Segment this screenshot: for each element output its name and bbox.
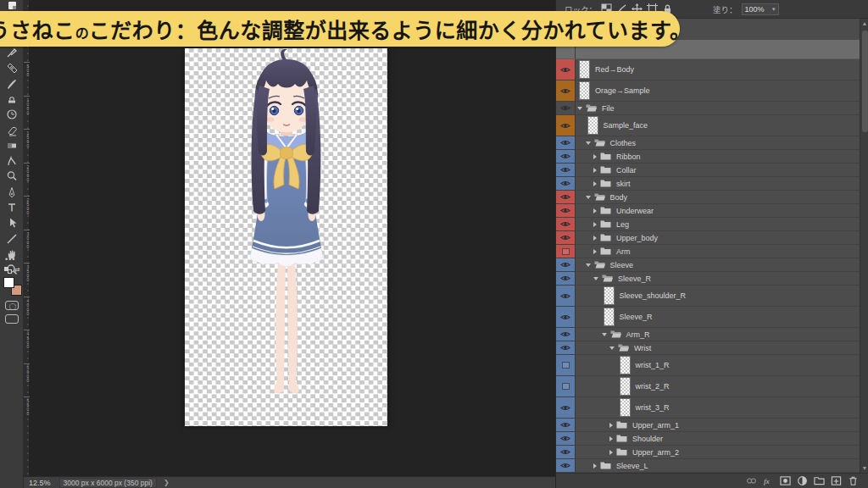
layer-row-sleeve-shoulder-r[interactable]: Sleeve_shoulder_R	[556, 286, 860, 307]
layer-row-wrist-3-r[interactable]: wrist_3_R	[556, 397, 860, 419]
visibility-toggle[interactable]	[556, 59, 576, 80]
canvas-area[interactable]	[30, 0, 555, 476]
move-tool-icon[interactable]	[8, 2, 16, 9]
layer-row-arm[interactable]: Arm	[556, 245, 860, 258]
layer-row-leg[interactable]: Leg	[556, 218, 860, 231]
collapse-icon[interactable]	[586, 196, 591, 199]
layer-row-underwear[interactable]: Underwear	[556, 204, 860, 218]
layer-row-clothes[interactable]: Clothes	[556, 136, 860, 150]
expand-icon[interactable]	[593, 154, 597, 159]
visibility-toggle[interactable]	[556, 459, 576, 472]
layer-row-wrist[interactable]: Wrist	[556, 341, 860, 355]
expand-icon[interactable]	[609, 423, 613, 428]
zoom-level[interactable]: 12.5%	[24, 479, 59, 487]
layer-row-upper-arm-2[interactable]: Upper_arm_2	[556, 446, 860, 459]
layer-thumbnail[interactable]	[604, 287, 614, 304]
layer-row-wrist-1-r[interactable]: wrist_1_R	[556, 355, 860, 376]
layer-name[interactable]: Orage→Sample	[595, 86, 650, 95]
layer-thumbnail[interactable]	[604, 308, 614, 325]
layer-row-shoulder[interactable]: Shoulder	[556, 432, 860, 446]
layer-row-sleeve-r[interactable]: Sleeve_R	[556, 272, 860, 286]
dodge-tool[interactable]	[6, 170, 18, 182]
history-brush-tool[interactable]	[6, 108, 18, 120]
layer-row-wrist-2-r[interactable]: wrist_2_R	[556, 376, 860, 397]
expand-icon[interactable]	[593, 222, 597, 227]
fx-icon[interactable]: fx	[763, 475, 774, 486]
visibility-toggle[interactable]	[556, 177, 576, 190]
layer-row-sleeve-r[interactable]: Sleeve_R	[556, 307, 860, 328]
layer-thumbnail[interactable]	[588, 117, 598, 134]
visibility-toggle[interactable]	[556, 258, 576, 271]
layer-thumbnail[interactable]	[580, 82, 589, 99]
screen-mode-button[interactable]	[5, 314, 19, 324]
visibility-toggle[interactable]	[556, 341, 576, 354]
layer-name[interactable]: Arm	[616, 247, 631, 256]
expand-icon[interactable]	[609, 436, 613, 441]
expand-icon[interactable]	[593, 181, 597, 186]
eraser-tool[interactable]	[6, 125, 18, 136]
layer-name[interactable]: Upper_arm_2	[632, 448, 679, 457]
layer-name[interactable]: Collar	[616, 166, 637, 175]
layer-name[interactable]: Sleeve	[610, 261, 634, 269]
collapse-icon[interactable]	[609, 347, 615, 350]
document-info[interactable]: 3000 px x 6000 px (350 ppi)	[59, 478, 157, 488]
layer-name[interactable]: Ribbon	[616, 152, 641, 161]
visibility-toggle[interactable]	[556, 218, 576, 230]
visibility-toggle[interactable]	[556, 115, 576, 136]
layer-name[interactable]: Sleeve_L	[616, 462, 648, 470]
layer-name[interactable]: wrist_3_R	[636, 403, 670, 412]
layers-scrollbar[interactable]: ▲ ▼	[860, 19, 868, 473]
layer-name[interactable]: Sleeve_R	[620, 313, 653, 321]
layer-name[interactable]: Wrist	[634, 344, 651, 352]
layer-row-orage-sample[interactable]: Orage→Sample	[556, 80, 860, 102]
visibility-toggle[interactable]	[556, 80, 576, 101]
layer-row-body[interactable]: Body	[556, 191, 860, 204]
layer-row-upper-body[interactable]: Upper_body	[556, 231, 860, 245]
layer-row-sleeve-l[interactable]: Sleeve_L	[556, 459, 860, 473]
expand-icon[interactable]	[593, 249, 597, 254]
collapse-icon[interactable]	[593, 277, 598, 280]
layer-name[interactable]: Sample_face	[604, 121, 648, 130]
layer-name[interactable]: Arm_R	[626, 330, 650, 339]
fill-value-dropdown[interactable]: 100% ▾	[742, 3, 779, 15]
layer-name[interactable]: Upper_body	[616, 234, 658, 242]
layer-name[interactable]: Shoulder	[632, 435, 663, 443]
document-canvas[interactable]	[185, 48, 387, 426]
foreground-color-swatch[interactable]	[3, 277, 14, 288]
delete-icon[interactable]	[848, 475, 859, 486]
layer-row-ribbon[interactable]: Ribbon	[556, 150, 860, 164]
smudge-tool[interactable]	[6, 155, 18, 167]
default-colors-icon[interactable]	[4, 267, 12, 274]
collapse-icon[interactable]	[586, 263, 591, 267]
layer-thumbnail[interactable]	[620, 378, 630, 395]
visibility-toggle[interactable]	[556, 446, 576, 458]
expand-icon[interactable]	[593, 168, 597, 173]
layer-name[interactable]: wrist_1_R	[636, 361, 670, 369]
layer-row-file[interactable]: File	[556, 102, 860, 115]
layer-name[interactable]: File	[602, 104, 615, 113]
expand-icon[interactable]	[609, 450, 613, 455]
collapse-icon[interactable]	[586, 141, 591, 145]
scroll-down-icon[interactable]: ▼	[860, 464, 868, 472]
layer-thumbnail[interactable]	[620, 399, 630, 416]
visibility-toggle[interactable]	[556, 102, 576, 114]
eyedropper-tool[interactable]	[6, 47, 18, 58]
pen-tool[interactable]	[6, 186, 18, 198]
link-icon[interactable]	[746, 475, 757, 486]
line-tool[interactable]	[6, 233, 18, 245]
visibility-toggle[interactable]	[556, 164, 576, 176]
layer-name[interactable]: Red→Body	[595, 65, 634, 74]
layer-row-upper-arm-1[interactable]: Upper_arm_1	[556, 419, 860, 432]
visibility-toggle[interactable]	[556, 204, 576, 217]
collapse-icon[interactable]	[602, 333, 607, 336]
layer-name[interactable]: Clothes	[610, 139, 637, 147]
visibility-toggle[interactable]	[556, 150, 576, 163]
layer-row-arm-r[interactable]: Arm_R	[556, 328, 860, 341]
path-selection-tool[interactable]	[6, 217, 18, 229]
clone-stamp-tool[interactable]	[6, 93, 18, 105]
layer-row-red-body[interactable]: Red→Body	[556, 59, 860, 80]
layer-name[interactable]: Body	[610, 193, 628, 202]
visibility-toggle[interactable]	[556, 307, 576, 327]
layer-row-skirt[interactable]: skirt	[556, 177, 860, 191]
quick-mask-button[interactable]	[5, 301, 19, 310]
